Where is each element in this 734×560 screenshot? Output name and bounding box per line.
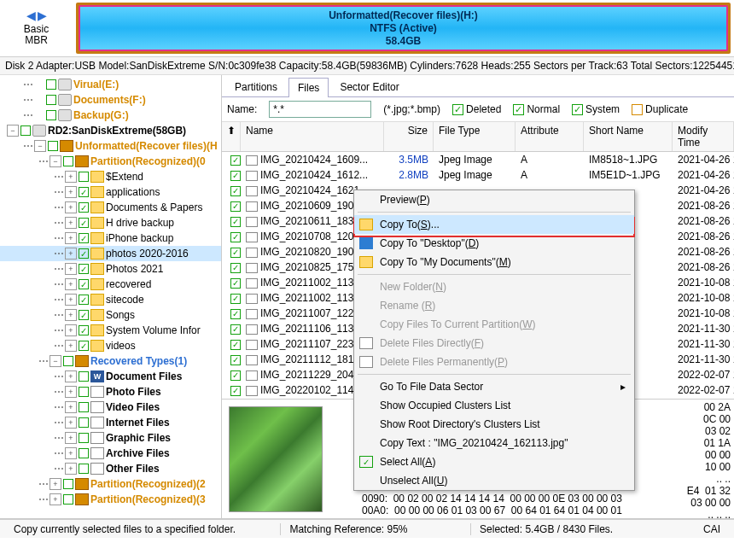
tree-checkbox[interactable] [79,172,89,182]
tree-item[interactable]: Documents(F:) [0,92,221,108]
col-mod[interactable]: Modify Time [673,122,734,151]
tree-checkbox[interactable]: ✓ [79,187,89,197]
tree-checkbox[interactable] [20,125,31,136]
collapse-icon[interactable]: − [50,355,61,367]
menu-copy-to[interactable]: Copy To(S)... [354,215,634,234]
tree-checkbox[interactable]: ✓ [79,279,89,289]
tree-checkbox[interactable]: ✓ [79,233,89,243]
tree-checkbox[interactable]: ✓ [79,218,89,228]
menu-unselect-all[interactable]: Unselect All(U) [354,471,634,490]
expand-icon[interactable]: + [65,432,77,444]
menu-copy-desktop[interactable]: Copy To "Desktop"(D) [354,234,634,253]
tree-checkbox[interactable]: ✓ [79,325,89,335]
col-size[interactable]: Size [384,122,434,151]
expand-icon[interactable]: + [65,294,77,306]
tree-checkbox[interactable] [63,479,73,489]
tree-item[interactable]: −Recovered Types(1) [0,353,221,369]
tree-checkbox[interactable]: ✓ [79,310,89,320]
tree-item[interactable]: −✓Unformatted(Recover files)(H [0,138,221,154]
volume-bar[interactable]: Unformatted(Recover files)(H:) NTFS (Act… [73,0,734,56]
tree-checkbox[interactable]: ✓ [79,248,89,259]
tab-partitions[interactable]: Partitions [225,77,287,96]
menu-show-occupied[interactable]: Show Occupied Clusters List [354,396,634,415]
table-row[interactable]: IMG_20210424_1609...3.5MBJpeg ImageAIM85… [222,152,734,167]
tree-checkbox[interactable] [79,433,89,443]
filter-deleted[interactable]: Deleted [452,103,501,115]
expand-icon[interactable]: + [65,386,77,398]
row-checkbox[interactable] [230,232,241,242]
tree-item[interactable]: +Partition(Recognized)(3 [0,492,221,507]
table-row[interactable]: IMG_20210424_1612...2.8MBJpeg ImageAIM5E… [222,167,734,183]
filter-duplicate[interactable]: Duplicate [632,103,688,115]
tree-item[interactable]: +✓System Volume Infor [0,323,221,338]
tree-checkbox[interactable]: ✓ [79,202,89,213]
tree-item[interactable]: −RD2:SanDiskExtreme(58GB) [0,123,221,138]
expand-icon[interactable]: + [65,186,77,198]
tree-item[interactable]: +✓photos 2020-2016 [0,246,221,261]
tree-checkbox[interactable] [79,448,89,458]
collapse-icon[interactable]: − [7,125,19,137]
expand-icon[interactable]: + [65,278,77,290]
row-checkbox[interactable] [230,155,241,166]
row-checkbox[interactable] [230,355,241,365]
tree-item[interactable]: +✓videos [0,338,221,353]
tree-item[interactable]: +Graphic Files [0,430,221,446]
tree-checkbox[interactable] [79,402,89,412]
expand-icon[interactable]: + [50,478,61,490]
tree-item[interactable]: +Partition(Recognized)(2 [0,476,221,492]
col-attr[interactable]: Attribute [516,122,584,151]
collapse-icon[interactable]: − [50,155,61,167]
col-name[interactable]: Name [241,122,384,151]
row-checkbox[interactable] [230,294,241,304]
row-checkbox[interactable] [230,278,241,289]
menu-copy-documents[interactable]: Copy To "My Documents"(M) [354,253,634,271]
expand-icon[interactable]: + [65,232,77,244]
tree-checkbox[interactable] [46,110,56,120]
row-checkbox[interactable] [230,217,241,227]
tree-item[interactable]: +WDocument Files [0,369,221,384]
tab-sector-editor[interactable]: Sector Editor [330,77,408,96]
menu-goto-sector[interactable]: Go To File Data Sector▸ [354,377,634,396]
tree-checkbox[interactable]: ✓ [63,156,73,166]
row-checkbox[interactable] [230,340,241,350]
tree-item[interactable]: +Video Files [0,400,221,415]
row-checkbox[interactable] [230,248,241,258]
tree-checkbox[interactable]: ✓ [79,295,89,305]
nav-arrows[interactable]: ◀▶ [26,9,47,22]
row-checkbox[interactable] [230,263,241,273]
nav-back-icon[interactable]: ◀ [26,9,36,22]
expand-icon[interactable]: + [65,447,77,459]
tree-item[interactable]: +✓recovered [0,277,221,292]
collapse-icon[interactable]: − [34,140,46,152]
menu-preview[interactable]: Preview(P) [354,190,634,209]
tree-checkbox[interactable] [46,95,56,105]
tree-checkbox[interactable]: ✓ [79,264,89,274]
name-filter-input[interactable] [269,101,371,118]
expand-icon[interactable]: + [65,463,77,475]
row-checkbox[interactable] [230,324,241,335]
expand-icon[interactable]: + [65,417,77,429]
tree-item[interactable]: Backup(G:) [0,108,221,123]
tree-checkbox[interactable] [79,387,89,397]
tree-item[interactable]: +Archive Files [0,446,221,461]
row-checkbox[interactable] [230,201,241,212]
expand-icon[interactable]: + [65,201,77,213]
tree-checkbox[interactable] [79,417,89,428]
expand-icon[interactable]: + [65,248,77,260]
tab-files[interactable]: Files [288,78,329,97]
tree-item[interactable]: +✓Documents & Papers [0,200,221,215]
row-checkbox[interactable] [230,309,241,319]
col-short[interactable]: Short Name [584,122,673,151]
menu-show-root[interactable]: Show Root Directory's Clusters List [354,415,634,434]
expand-icon[interactable]: + [65,370,77,382]
row-checkbox[interactable] [230,186,241,196]
tree-item[interactable]: +✓applications [0,184,221,200]
tree-checkbox[interactable] [46,79,56,90]
nav-tree[interactable]: Virual(E:)Documents(F:)Backup(G:)−RD2:Sa… [0,75,222,518]
tree-checkbox[interactable]: ✓ [48,141,58,151]
tree-item[interactable]: +Internet Files [0,415,221,430]
tree-item[interactable]: +✓Songs [0,307,221,323]
tree-item[interactable]: Virual(E:) [0,77,221,92]
row-checkbox[interactable] [230,386,241,396]
tree-checkbox[interactable] [79,464,89,474]
